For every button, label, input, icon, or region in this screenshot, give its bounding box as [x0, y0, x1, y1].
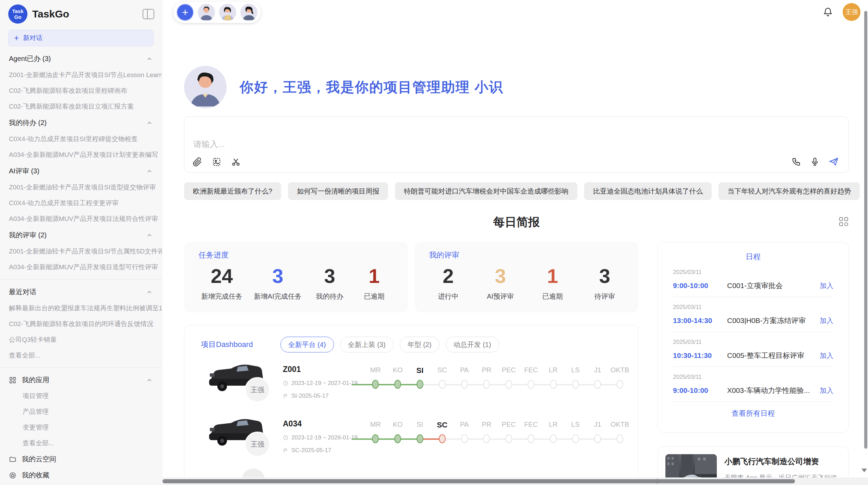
tab-powertrain[interactable]: 动总开发 (1): [446, 337, 499, 352]
sidebar-item-my-apps[interactable]: 我的应用: [0, 372, 162, 388]
chevron-up-icon[interactable]: [146, 232, 153, 239]
milestone-track: MR KO SI SC PA PR PEC FEC LR LS: [364, 421, 631, 444]
list-item[interactable]: C0X4-动力总成开发项目工程变更评审: [0, 195, 162, 211]
microphone-icon[interactable]: [810, 157, 820, 166]
dashboard-header: 项目Dashboard 全新平台 (4) 全新上装 (3) 年型 (2) 动总开…: [201, 337, 638, 352]
owner-name: 王强: [251, 440, 264, 449]
card-title: 我的评审: [429, 250, 624, 260]
milestone-dot: [483, 434, 490, 443]
list-item[interactable]: 项目管理: [0, 388, 162, 404]
stat-cards-row: 任务进度 24 新增完成任务 3 新增AI完成任务: [184, 242, 638, 312]
add-agent-button[interactable]: +: [177, 4, 194, 21]
logo-line1: Task: [12, 8, 23, 14]
list-item[interactable]: A034-全新新能源MUV产品开发项目法规符合性评审: [0, 211, 162, 227]
scroll-down-arrow[interactable]: [861, 469, 867, 475]
chat-input-card[interactable]: 请输入...: [184, 116, 849, 173]
milestone-label: LR: [542, 366, 564, 375]
milestone-dot: [505, 380, 512, 389]
milestone-label: PR: [475, 366, 498, 375]
chevron-up-icon[interactable]: [146, 120, 153, 126]
layout-grid-icon[interactable]: [839, 217, 848, 226]
suggestion-chips: 欧洲新规最近颁布了什么? 如何写一份清晰的项目周报 特朗普可能对进口汽车增税会对…: [184, 182, 849, 200]
section-title: 最近对话: [9, 287, 36, 297]
bell-icon[interactable]: [823, 7, 833, 17]
flag-icon: [283, 393, 288, 399]
sidebar-item-label: 我的应用: [22, 375, 141, 385]
stat-review-overdue: 1 已逾期: [536, 265, 569, 301]
user-avatar[interactable]: 王强: [843, 3, 860, 21]
image-icon[interactable]: [212, 157, 221, 167]
schedule-date: 2025/03/11: [673, 374, 833, 381]
tab-new-platform[interactable]: 全新平台 (4): [280, 337, 334, 352]
sidebar-item-cloud-space[interactable]: 我的云空间: [0, 451, 162, 467]
section-title: Agent已办 (3): [9, 54, 51, 63]
join-link[interactable]: 加入: [820, 351, 833, 360]
join-link[interactable]: 加入: [820, 316, 833, 325]
tab-new-body[interactable]: 全新上装 (3): [340, 337, 394, 352]
list-item[interactable]: Z001-全新燃油轻卡产品开发项目SI造型提交物评审: [0, 179, 162, 195]
phone-icon[interactable]: [792, 157, 801, 166]
list-item[interactable]: 解释最新出台的欧盟报废车法规再生塑料比例被调至15%...: [0, 300, 162, 316]
view-all-schedule-link[interactable]: 查看所有日程: [673, 409, 833, 418]
chevron-up-icon[interactable]: [146, 55, 153, 62]
milestone-dot: [528, 380, 534, 389]
milestone-label: LS: [564, 421, 587, 430]
attachment-icon[interactable]: [193, 157, 202, 167]
apps-view-all[interactable]: 查看全部...: [0, 435, 162, 451]
tab-model-year[interactable]: 年型 (2): [400, 337, 439, 352]
topbar-right: 王强: [823, 0, 860, 24]
flag-icon: [283, 448, 288, 453]
chevron-up-icon[interactable]: [146, 377, 153, 384]
join-link[interactable]: 加入: [820, 281, 833, 290]
list-item[interactable]: C02-飞腾新能源轻客改款项目里程碑画布: [0, 83, 162, 99]
suggestion-chip[interactable]: 欧洲新规最近颁布了什么?: [184, 182, 281, 200]
agent-avatar-2[interactable]: [219, 4, 236, 21]
stat-my-todo: 3 我的待办: [313, 265, 346, 301]
scroll-right-arrow[interactable]: [657, 478, 663, 484]
scissors-icon[interactable]: [231, 157, 241, 167]
milestone-dot: [461, 434, 468, 443]
main-area: + 王强 你好，王强，我是你的项目管理助理 小识: [162, 0, 868, 485]
suggestion-chip[interactable]: 比亚迪全固态电池计划具体说了什么: [584, 182, 712, 200]
list-item[interactable]: A034-全新新能源MUV产品开发项目计划变更表编写: [0, 147, 162, 163]
agent-avatar-3[interactable]: [240, 4, 257, 21]
send-icon[interactable]: [829, 157, 839, 167]
list-item[interactable]: Z001-全新燃油皮卡产品开发项目SI节点Lesson Learn报告: [0, 67, 162, 83]
vertical-scrollbar[interactable]: [864, 11, 867, 449]
list-item[interactable]: C02-飞腾新能源轻客改款项目的闭环通告反馈情况: [0, 316, 162, 332]
horizontal-scrollbar-thumb[interactable]: [162, 479, 795, 483]
app-logo: Task Go: [8, 4, 27, 24]
list-item[interactable]: C02-飞腾新能源轻客改款项目立项汇报方案: [0, 99, 162, 114]
suggestion-chip[interactable]: 当下年轻人对汽车外观有怎样的喜好趋势: [719, 182, 860, 200]
suggestion-chip[interactable]: 特朗普可能对进口汽车增税会对中国车企造成哪些影响: [395, 182, 577, 200]
new-chat-label: 新对话: [23, 34, 43, 42]
sidebar-item-favorites[interactable]: 我的收藏: [0, 467, 162, 483]
list-item[interactable]: 变更管理: [0, 420, 162, 435]
stat-label: 待评审: [588, 292, 621, 301]
chevron-up-icon[interactable]: [146, 289, 153, 296]
chat-input-placeholder: 请输入...: [193, 139, 225, 150]
folder-icon: [9, 456, 16, 463]
project-row-z001[interactable]: 王强 Z001 2023-12-19 ~ 2027-01-19: [201, 357, 638, 399]
list-item[interactable]: C0X4-动力总成开发项目SI里程碑提交物检查: [0, 131, 162, 147]
join-link[interactable]: 加入: [820, 386, 833, 395]
section-title: 我的评审 (2): [9, 231, 47, 240]
agent-avatar-1[interactable]: [198, 4, 215, 21]
stat-value: 1: [358, 265, 390, 287]
chevron-up-icon[interactable]: [146, 168, 153, 175]
list-item[interactable]: 产品管理: [0, 404, 162, 420]
milestone-line-done: [351, 438, 420, 440]
section-title: 我的待办 (2): [9, 118, 47, 127]
sidebar-collapse-icon[interactable]: [143, 9, 154, 19]
milestone-label: J1: [587, 366, 609, 375]
list-item[interactable]: 公司Q3轻卡销量: [0, 332, 162, 348]
project-row-a034[interactable]: 王强 A034 2023-12-19 ~ 2026-01-19: [201, 411, 638, 454]
new-chat-button[interactable]: + 新对话: [8, 30, 154, 46]
milestone-label: PEC: [498, 366, 520, 375]
suggestion-chip[interactable]: 如何写一份清晰的项目周报: [288, 182, 388, 200]
list-item[interactable]: Z001-全新燃油轻卡产品开发项目SI节点属性5D文件评审: [0, 244, 162, 259]
recent-view-all[interactable]: 查看全部...: [0, 348, 162, 363]
list-item[interactable]: A034-全新新能源MUV产品开发项目造型可行性评审: [0, 259, 162, 275]
date-range: 2023-12-19 ~ 2027-01-19: [291, 380, 358, 387]
project-code: Z001: [283, 365, 364, 374]
